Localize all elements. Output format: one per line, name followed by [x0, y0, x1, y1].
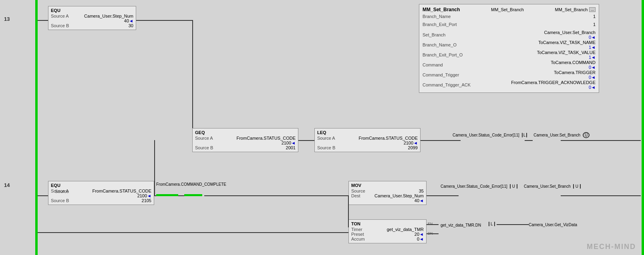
- source-label-detected: Source: [55, 189, 69, 194]
- wire-equ-bottom-to-mov: [204, 195, 348, 196]
- wire-left-to-equ-top: [38, 20, 48, 21]
- mm-header-left: MM_Set_Branch: [423, 7, 460, 12]
- equ-top-sourcea-value: Camera_User.Step_Num: [84, 14, 133, 18]
- leq-sourcea-label: Source A: [317, 136, 335, 141]
- left-power-rail: [35, 0, 38, 255]
- mov-dest-num: 40◄: [415, 198, 424, 203]
- mm-command-trigger-ack-num: 0◄: [511, 85, 596, 90]
- wire-row13-right: [453, 140, 461, 141]
- ton-preset-value: 20◄: [415, 232, 424, 237]
- ton-preset-label: Preset: [351, 232, 364, 237]
- mov-dest-label: Dest: [351, 193, 360, 198]
- wire-v-mov-to-ton: [348, 195, 349, 227]
- ton-en-label: EN: [428, 222, 433, 226]
- row14-contact-label1: Camera_User.Status_Code_Error[11]: [441, 184, 507, 189]
- ton-tmr-label: get_viz_data_TMR.DN: [441, 223, 481, 227]
- equ-top-sourceb-label: Source B: [51, 23, 69, 28]
- mm-command-trigger-num: 0◄: [554, 75, 596, 80]
- leq-sourceb-value: 2099: [408, 145, 418, 150]
- equ-bottom-sourceb-value: 2105: [142, 198, 151, 203]
- wire-row14-end: [561, 195, 641, 196]
- wire-bottom-row14: [38, 232, 348, 233]
- contact-symbol-2: U: [510, 184, 517, 189]
- contact-symbol-1: L: [522, 133, 527, 137]
- mm-branch-exit-port-val: 1: [593, 22, 596, 27]
- leq-sourcea-value: FromCamera.STATUS_CODE: [358, 136, 418, 141]
- ton-accum-label: Accum: [351, 237, 365, 241]
- command-complete-label: FromCamera.COMMAND_COMPLETE: [156, 182, 226, 187]
- equ-top-sourcea-label: Source A: [51, 14, 69, 18]
- mm-command-key: Command: [423, 62, 471, 67]
- mm-command-trigger-ack-val: FromCamera.TRIGGER_ACKNOWLEDGE: [511, 80, 596, 85]
- geq-sourceb-label: Source B: [195, 145, 213, 150]
- equ-top-block: EQU Source A Camera_User.Step_Num 40◄ So…: [48, 6, 136, 30]
- mm-set-branch-num: 0◄: [544, 35, 596, 40]
- logo: MECH-MIND: [587, 243, 636, 251]
- wire-ton-en: [427, 224, 439, 225]
- contact-symbol-ton: L: [489, 222, 495, 226]
- mm-branch-exit-port-o-val: ToCamera.VIZ_TASK_VALUE: [537, 50, 596, 55]
- mov-dest-value: Camera_User.Step_Num: [374, 193, 424, 198]
- mm-branch-name-o-val: ToCamera.VIZ_TASK_NAME: [538, 40, 596, 45]
- equ-top-title: EQU: [51, 8, 133, 13]
- wire-ton-right: [497, 224, 529, 225]
- logo-text: MECH-MIND: [587, 243, 636, 251]
- canvas: 13 14 EQU Source A Camera_User.Step_Num …: [0, 0, 644, 255]
- ton-timer-value: get_viz_data_TMR: [387, 227, 424, 232]
- leq-sourcea-num: 2100◄: [404, 141, 418, 145]
- equ-bottom-sourcea-value: FromCamera.STATUS_CODE: [92, 189, 151, 193]
- wire-left-to-equ-bottom: [38, 195, 48, 196]
- leq-sourceb-label: Source B: [317, 145, 335, 150]
- row-label-13: 13: [4, 16, 10, 22]
- mm-header-center: MM_Set_Branch: [491, 7, 524, 12]
- mm-command-trigger-key: Command_Trigger: [423, 72, 471, 77]
- mm-command-trigger-ack-key: Command_Trigger_ACK: [423, 82, 471, 87]
- wire-row13-end: [561, 140, 641, 141]
- wire-v-down-geq: [192, 20, 193, 140]
- ton-timer-label: Timer: [351, 227, 362, 232]
- geq-sourcea-value: FromCamera.STATUS_CODE: [236, 136, 296, 141]
- wire-geq-leq: [298, 140, 314, 141]
- green-wire-2: [184, 194, 202, 196]
- mm-branch-exit-port-o-num: 1◄: [537, 55, 596, 60]
- equ-top-sourcea-num: 40◄: [124, 18, 133, 23]
- leq-title: LEQ: [317, 130, 418, 135]
- ton-block: TON Timer get_viz_data_TMR Preset 20◄ Ac…: [348, 219, 427, 243]
- mov-title: MOV: [351, 183, 424, 188]
- mm-branch-exit-port-o-key: Branch_Exit_Port_O: [423, 52, 471, 57]
- mm-command-val: ToCamera.COMMAND: [551, 60, 596, 65]
- mm-branch-name-val: 1: [593, 14, 596, 19]
- equ-bottom-sourceb-label: Source B: [51, 198, 69, 203]
- ton-right-label: Camera_User.Get_VizData: [529, 223, 577, 227]
- row14-contact-label2: Camera_User.Set_Branch: [524, 184, 571, 189]
- row13-contact-label2: Camera_User.Set_Branch: [533, 133, 580, 137]
- mm-command-trigger-val: ToCamera.TRIGGER: [554, 70, 596, 75]
- row-label-14: 14: [4, 182, 10, 188]
- mm-header-right: MM_Set_Branch: [555, 7, 588, 12]
- mm-expand-button[interactable]: ...: [589, 7, 596, 12]
- geq-title: GEQ: [195, 130, 296, 135]
- mm-set-branch-key: Set_Branch: [423, 32, 471, 37]
- coil-symbol-1: U: [583, 132, 590, 138]
- ton-title: TON: [351, 221, 424, 226]
- mm-set-branch-val: Camera_User.Set_Branch: [544, 30, 596, 35]
- equ-bottom-sourcea-num: 2100◄: [137, 193, 151, 198]
- wire-v-row13-14: [154, 140, 155, 195]
- wire-equ-top-right: [136, 20, 192, 21]
- green-wire-1: [156, 194, 178, 196]
- row14-right-contacts: Camera_User.Status_Code_Error[11] U Came…: [441, 184, 641, 189]
- right-power-rail: [642, 0, 644, 255]
- geq-block: GEQ Source A FromCamera.STATUS_CODE 2100…: [192, 128, 298, 152]
- equ-top-sourceb-value: 30: [129, 23, 133, 28]
- mm-branch-exit-port-key: Branch_Exit_Port: [423, 22, 471, 27]
- equ-bottom-title: EQU: [51, 183, 151, 188]
- mm-branch-name-key: Branch_Name: [423, 14, 471, 19]
- wire-mov-right: [427, 195, 459, 196]
- wire-row13-coil: [525, 140, 533, 141]
- ton-accum-value: 0◄: [417, 237, 424, 241]
- geq-sourceb-value: 2001: [286, 145, 296, 150]
- wire-leq-right: [421, 140, 453, 141]
- row13-right-contacts: Camera_User.Status_Code_Error[11] L Came…: [453, 132, 590, 138]
- mm-command-num: 0◄: [551, 65, 596, 70]
- mov-source-value: 35: [419, 189, 424, 193]
